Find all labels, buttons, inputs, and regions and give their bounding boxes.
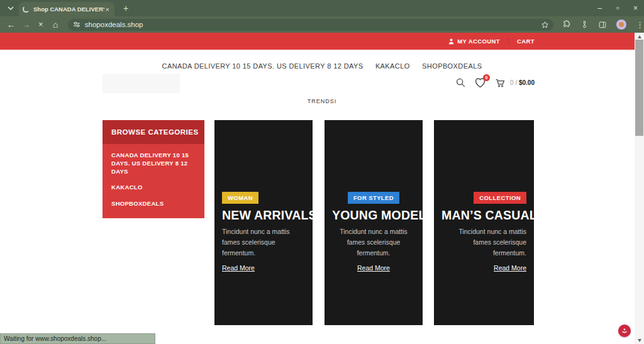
read-more-link[interactable]: Read More <box>357 264 390 272</box>
status-bar: Waiting for www.shopoxdeals.shop... <box>0 333 155 344</box>
scrollbar-down-arrow[interactable] <box>635 336 644 344</box>
cart-summary[interactable]: 0 / $0.00 <box>510 79 535 86</box>
browser-menu-icon[interactable]: ⋮ <box>636 20 644 30</box>
sidebar-header: BROWSE CATEGORIES <box>103 120 204 144</box>
card-title: MAN’S CASUAL <box>441 208 526 223</box>
top-utility-bar: MY ACCOUNT CART <box>0 33 635 50</box>
my-account-link[interactable]: MY ACCOUNT <box>448 38 508 45</box>
status-text: Waiting for www.shopoxdeals.shop... <box>4 335 106 342</box>
avatar-image <box>619 22 624 27</box>
profile-avatar[interactable] <box>616 19 626 30</box>
forward-button[interactable]: → <box>18 20 33 29</box>
my-account-label: MY ACCOUNT <box>457 38 500 45</box>
tab-strip: Shop CANADA DELIVERY 10 15 × + – ○ × <box>0 0 644 16</box>
nav-item-kakaclo[interactable]: KAKACLO <box>375 62 410 70</box>
card-title: YOUNG MODEL <box>332 208 415 223</box>
category-item-delivery[interactable]: CANADA DELIVERY 10 15 DAYS. US DELIVERY … <box>111 152 196 175</box>
promo-card-young-model: FOR STYLED YOUNG MODEL Tincidunt nunc a … <box>325 120 423 325</box>
minimize-button[interactable]: – <box>597 4 602 12</box>
wishlist-icon[interactable]: 0 <box>474 77 486 88</box>
loading-spinner-icon <box>23 6 30 13</box>
scrollbar-thumb[interactable] <box>635 40 643 136</box>
close-button[interactable]: × <box>633 4 638 12</box>
maximize-button[interactable]: ○ <box>616 5 619 11</box>
card-badge: WOMAN <box>222 192 258 204</box>
card-text: Tincidunt nunc a mattis fames scelerisqu… <box>222 226 305 258</box>
url-text[interactable]: shopoxdeals.shop <box>85 21 143 28</box>
cart-count: 0 / <box>510 79 517 86</box>
read-more-link[interactable]: Read More <box>494 264 526 272</box>
chat-widget-button[interactable] <box>618 325 631 337</box>
support-icon <box>621 327 628 335</box>
nav-item-trendsi[interactable]: TRENDSI <box>0 98 644 104</box>
main-content: BROWSE CATEGORIES CANADA DELIVERY 10 15 … <box>103 120 535 325</box>
bookmark-star-icon[interactable] <box>541 21 549 29</box>
side-panel-icon[interactable] <box>598 21 607 29</box>
read-more-link[interactable]: Read More <box>222 264 255 272</box>
new-tab-button[interactable]: + <box>119 2 132 14</box>
card-text: Tincidunt nunc a mattis fames scelerisqu… <box>332 226 415 258</box>
main-navigation: CANADA DELIVERY 10 15 DAYS. US DELIVERY … <box>0 62 644 70</box>
user-icon <box>448 38 454 45</box>
home-button[interactable]: ⌂ <box>48 20 62 29</box>
page-scrollbar[interactable] <box>635 33 644 344</box>
category-item-shopboxdeals[interactable]: SHOPBOXDEALS <box>111 200 196 208</box>
categories-sidebar: BROWSE CATEGORIES CANADA DELIVERY 10 15 … <box>103 120 204 218</box>
chevron-down-icon <box>8 6 14 10</box>
web-page: MY ACCOUNT CART CANADA DELIVERY 10 15 DA… <box>0 33 644 344</box>
tab-title: Shop CANADA DELIVERY 10 15 <box>33 6 104 13</box>
site-info-icon[interactable] <box>73 21 80 28</box>
stop-loading-button[interactable]: × <box>33 21 48 28</box>
card-badge: FOR STYLED <box>348 192 399 204</box>
wishlist-count-badge: 0 <box>483 74 490 81</box>
sidebar-title: BROWSE CATEGORIES <box>111 128 199 136</box>
flask-icon[interactable] <box>580 20 589 29</box>
back-button[interactable]: ← <box>4 20 18 29</box>
window-controls: – ○ × <box>597 0 638 16</box>
browser-tab[interactable]: Shop CANADA DELIVERY 10 15 × <box>19 2 114 16</box>
nav-item-delivery[interactable]: CANADA DELIVERY 10 15 DAYS. US DELIVERY … <box>162 62 364 70</box>
logo-placeholder[interactable] <box>103 74 180 93</box>
nav-item-shopboxdeals[interactable]: SHOPBOXDEALS <box>422 62 482 70</box>
cart-link[interactable]: CART <box>508 38 535 45</box>
promo-card-mans-casual: COLLECTION MAN’S CASUAL Tincidunt nunc a… <box>434 120 534 325</box>
card-text: Tincidunt nunc a mattis fames scelerisqu… <box>441 226 526 258</box>
tab-close-icon[interactable]: × <box>104 6 111 13</box>
category-item-kakaclo[interactable]: KAKACLO <box>111 184 196 192</box>
cart-icon[interactable] <box>494 77 506 88</box>
url-bar[interactable]: shopoxdeals.shop <box>68 19 553 31</box>
browser-toolbar: ← → × ⌂ shopoxdeals.shop <box>0 16 644 33</box>
card-badge: COLLECTION <box>474 192 526 204</box>
extensions-icon[interactable] <box>562 20 571 29</box>
category-list: CANADA DELIVERY 10 15 DAYS. US DELIVERY … <box>103 144 204 218</box>
search-icon[interactable] <box>455 77 466 88</box>
header-icons: 0 0 / $0.00 <box>455 77 535 88</box>
toolbar-icons: ⋮ <box>562 19 644 30</box>
card-title: NEW ARRIVALS <box>222 208 305 223</box>
browser-window: Shop CANADA DELIVERY 10 15 × + – ○ × ← →… <box>0 0 644 344</box>
category-item-trendsi[interactable]: TRENDSI <box>111 216 196 218</box>
cart-total: $0.00 <box>519 79 535 86</box>
tab-search-button[interactable] <box>4 2 18 14</box>
promo-card-new-arrivals: WOMAN NEW ARRIVALS Tincidunt nunc a matt… <box>214 120 313 325</box>
